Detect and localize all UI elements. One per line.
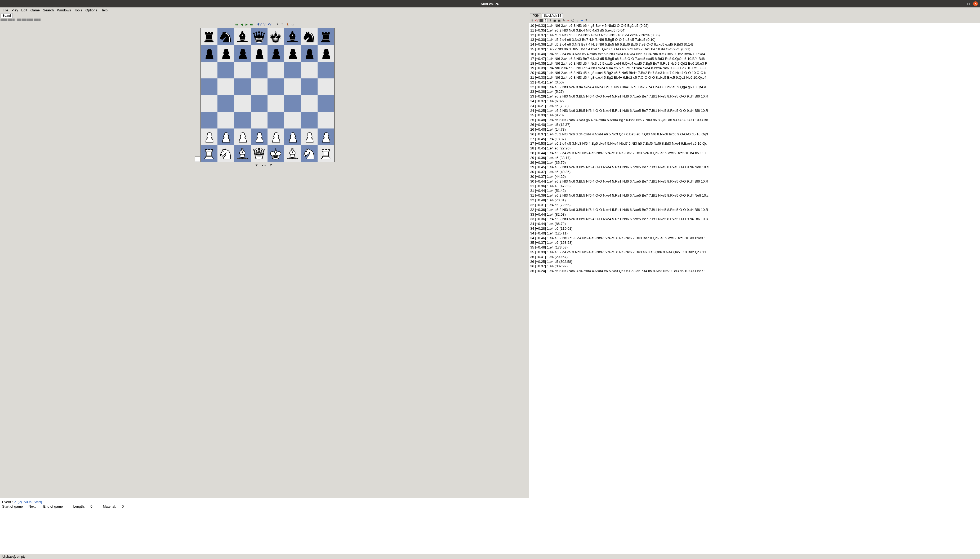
square-b4[interactable] <box>218 95 234 112</box>
eco-code[interactable]: A00a [Start] <box>23 500 42 504</box>
menu-windows[interactable]: Windows <box>55 8 73 13</box>
square-g5[interactable] <box>301 78 318 95</box>
piece-wP[interactable] <box>252 130 266 144</box>
engine-annotate-icon[interactable]: ✎ <box>562 18 566 22</box>
square-f7[interactable] <box>284 45 301 62</box>
square-h2[interactable] <box>318 129 334 145</box>
square-h3[interactable] <box>318 112 334 129</box>
piece-wN[interactable] <box>302 147 316 161</box>
square-e6[interactable] <box>267 62 284 78</box>
square-f3[interactable] <box>284 112 301 129</box>
menu-help[interactable]: Help <box>99 8 109 13</box>
square-e8[interactable] <box>267 28 284 45</box>
menu-game[interactable]: Game <box>29 8 41 13</box>
engine-minus[interactable]: − <box>566 18 570 22</box>
square-e4[interactable] <box>267 95 284 112</box>
square-h8[interactable] <box>318 28 334 45</box>
square-e2[interactable] <box>267 129 284 145</box>
square-c4[interactable] <box>234 95 251 112</box>
piece-wK[interactable] <box>269 147 283 161</box>
piece-bK[interactable] <box>269 30 283 44</box>
square-f2[interactable] <box>284 129 301 145</box>
nav-copy-icon[interactable]: ▭ <box>290 22 295 26</box>
square-g7[interactable] <box>301 45 318 62</box>
menu-file[interactable]: File <box>1 8 10 13</box>
square-g3[interactable] <box>301 112 318 129</box>
square-h7[interactable] <box>318 45 334 62</box>
square-a1[interactable] <box>201 145 218 162</box>
engine-pause-icon[interactable]: ⏸ <box>530 18 534 22</box>
square-c2[interactable] <box>234 129 251 145</box>
chess-board[interactable] <box>201 28 335 162</box>
square-h6[interactable] <box>318 62 334 78</box>
square-a5[interactable] <box>201 78 218 95</box>
square-c5[interactable] <box>234 78 251 95</box>
piece-bP[interactable] <box>252 46 266 61</box>
maximize-button[interactable]: ▢ <box>966 2 970 6</box>
close-button[interactable]: ✕ <box>973 1 978 6</box>
square-b7[interactable] <box>218 45 234 62</box>
menu-edit[interactable]: Edit <box>20 8 29 13</box>
piece-bP[interactable] <box>235 46 249 61</box>
square-a3[interactable] <box>201 112 218 129</box>
square-f1[interactable] <box>284 145 301 162</box>
piece-wB[interactable] <box>285 147 300 161</box>
engine-btn-2[interactable]: ▦ <box>557 18 561 22</box>
square-b1[interactable] <box>218 145 234 162</box>
analysis-output[interactable]: 10 [+0.32] 1.d4 Nf6 2.c4 e6 3.Nf3 b6 4.g… <box>529 23 980 554</box>
piece-bN[interactable] <box>302 30 316 44</box>
square-c7[interactable] <box>234 45 251 62</box>
nav-var-next[interactable]: +V <box>267 22 272 26</box>
nav-var[interactable]: V <box>262 22 267 26</box>
square-d1[interactable] <box>251 145 267 162</box>
square-a6[interactable] <box>201 62 218 78</box>
nav-flag-icon[interactable]: ⚑ <box>276 22 280 26</box>
piece-wN[interactable] <box>218 147 233 161</box>
square-d6[interactable] <box>251 62 267 78</box>
square-c6[interactable] <box>234 62 251 78</box>
square-d7[interactable] <box>251 45 267 62</box>
square-d2[interactable] <box>251 129 267 145</box>
piece-wB[interactable] <box>235 147 249 161</box>
engine-arrow-icon[interactable]: ➜ <box>580 18 584 22</box>
menu-options[interactable]: Options <box>84 8 99 13</box>
engine-help-icon[interactable]: ? <box>584 18 588 22</box>
square-f5[interactable] <box>284 78 301 95</box>
square-f8[interactable] <box>284 28 301 45</box>
square-g8[interactable] <box>301 28 318 45</box>
square-b6[interactable] <box>218 62 234 78</box>
square-h5[interactable] <box>318 78 334 95</box>
square-c3[interactable] <box>234 112 251 129</box>
nav-fwd-icon[interactable]: ▶ <box>244 22 249 26</box>
piece-wR[interactable] <box>318 147 333 161</box>
square-h1[interactable] <box>318 145 334 162</box>
square-e1[interactable] <box>267 145 284 162</box>
piece-bN[interactable] <box>218 30 233 44</box>
piece-wP[interactable] <box>235 130 249 144</box>
nav-flip-icon[interactable]: ⇅ <box>280 22 285 26</box>
square-g2[interactable] <box>301 129 318 145</box>
square-f6[interactable] <box>284 62 301 78</box>
nav-back-icon[interactable]: ◀ <box>239 22 244 26</box>
piece-bR[interactable] <box>202 30 216 44</box>
engine-multipv-down[interactable]: +V <box>535 18 538 22</box>
engine-info-icon[interactable]: ⓘ <box>571 18 574 22</box>
nav-start-icon[interactable]: ⏮ <box>234 22 239 26</box>
nav-trial-icon[interactable]: ♟ <box>285 22 290 26</box>
engine-btn-1[interactable]: ▦ <box>553 18 556 22</box>
square-e3[interactable] <box>267 112 284 129</box>
tab-pgn[interactable]: -PGN <box>530 13 541 18</box>
menu-tools[interactable]: Tools <box>73 8 84 13</box>
piece-bB[interactable] <box>235 30 249 44</box>
square-b3[interactable] <box>218 112 234 129</box>
square-a2[interactable] <box>201 129 218 145</box>
square-g4[interactable] <box>301 95 318 112</box>
square-d8[interactable] <box>251 28 267 45</box>
piece-bP[interactable] <box>285 46 300 61</box>
piece-wP[interactable] <box>269 130 283 144</box>
menu-play[interactable]: Play <box>10 8 20 13</box>
nav-end-icon[interactable]: ⏭ <box>249 22 254 26</box>
piece-bP[interactable] <box>202 46 216 61</box>
square-e5[interactable] <box>267 78 284 95</box>
tab-stockfish14[interactable]: Stockfish 14 <box>542 13 563 18</box>
